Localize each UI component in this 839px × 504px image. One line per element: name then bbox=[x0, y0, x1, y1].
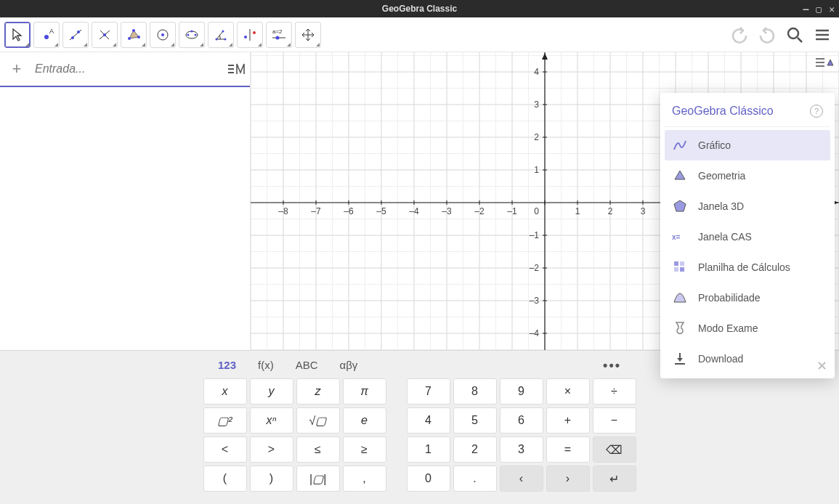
symbolic-toggle[interactable] bbox=[222, 62, 250, 76]
add-object-button[interactable]: + bbox=[0, 60, 33, 78]
key-enter[interactable]: ↵ bbox=[593, 466, 636, 492]
key-([interactable]: ( bbox=[203, 466, 247, 492]
svg-rect-180 bbox=[674, 261, 678, 266]
key-left[interactable]: ‹ bbox=[500, 466, 543, 492]
point-icon: A bbox=[39, 28, 54, 42]
key-+[interactable]: + bbox=[546, 407, 590, 434]
perspective-item-janela-cas[interactable]: x=Janela CAS bbox=[665, 221, 830, 252]
style-bar-icon bbox=[814, 55, 833, 70]
popup-close-button[interactable]: ✕ bbox=[816, 358, 827, 374]
key-6[interactable]: 6 bbox=[500, 407, 543, 434]
svg-text:3: 3 bbox=[534, 99, 539, 110]
perspective-item-geometria[interactable]: Geometria bbox=[665, 160, 830, 191]
key-0[interactable]: 0 bbox=[407, 466, 450, 492]
search-button[interactable] bbox=[782, 23, 807, 47]
perspective-item-janela-3d[interactable]: Janela 3D bbox=[665, 191, 830, 221]
key-e[interactable]: e bbox=[343, 407, 386, 434]
tool-angle[interactable] bbox=[208, 22, 234, 48]
svg-text:4: 4 bbox=[534, 67, 539, 77]
keyboard-tab-f(x)[interactable]: f(x) bbox=[258, 359, 274, 371]
perspective-item-modo-exame[interactable]: Modo Exame bbox=[665, 313, 830, 344]
svg-point-22 bbox=[244, 36, 247, 38]
key-backspace[interactable]: ⌫ bbox=[593, 436, 636, 463]
tool-move[interactable] bbox=[4, 22, 31, 48]
undo-button[interactable] bbox=[727, 23, 752, 47]
keyboard-more-button[interactable]: ••• bbox=[603, 358, 621, 373]
key-sqrt[interactable]: √▢ bbox=[296, 407, 340, 434]
special-line-icon bbox=[97, 28, 112, 42]
key-<[interactable]: < bbox=[203, 436, 247, 463]
svg-point-27 bbox=[788, 28, 798, 38]
key-π[interactable]: π bbox=[343, 378, 386, 405]
perspective-item-planilha-de-cálculos[interactable]: Planilha de Cálculos bbox=[665, 252, 830, 283]
perspective-label: Geometria bbox=[698, 170, 745, 182]
perspective-icon bbox=[672, 198, 688, 214]
key-right[interactable]: › bbox=[546, 466, 590, 492]
key-−[interactable]: − bbox=[593, 407, 636, 434]
tool-polygon[interactable] bbox=[121, 22, 147, 48]
window-minimize-button[interactable]: — bbox=[803, 4, 809, 15]
tool-toolbar: A a=2 bbox=[0, 17, 839, 52]
keyboard-grid: xyzπ789×÷▢²xⁿ√▢e456+−<>≤≥123=⌫()|▢|,0.‹›… bbox=[0, 378, 839, 504]
perspectives-popup: GeoGebra Clássico ? GráficoGeometriaJane… bbox=[660, 93, 835, 378]
svg-text:–3: –3 bbox=[442, 206, 452, 216]
key-×[interactable]: × bbox=[546, 378, 590, 405]
tool-line[interactable] bbox=[62, 22, 89, 48]
key-x[interactable]: x bbox=[203, 378, 247, 405]
svg-point-10 bbox=[132, 29, 135, 32]
keyboard-tab-ABC[interactable]: ABC bbox=[296, 359, 318, 371]
key-=[interactable]: = bbox=[546, 436, 590, 463]
redo-button[interactable] bbox=[755, 23, 779, 47]
key-power[interactable]: xⁿ bbox=[250, 407, 293, 434]
window-maximize-button[interactable]: ▢ bbox=[816, 4, 822, 15]
key-≤[interactable]: ≤ bbox=[296, 436, 340, 463]
reflect-icon bbox=[243, 28, 257, 42]
line-icon bbox=[68, 28, 83, 42]
key-z[interactable]: z bbox=[296, 378, 340, 405]
popup-help-button[interactable]: ? bbox=[810, 105, 823, 118]
key-.[interactable]: . bbox=[453, 466, 497, 492]
svg-point-20 bbox=[222, 30, 224, 32]
key-1[interactable]: 1 bbox=[407, 436, 450, 463]
redo-icon bbox=[758, 25, 777, 44]
tool-slider[interactable]: a=2 bbox=[266, 22, 292, 48]
svg-rect-181 bbox=[680, 261, 684, 266]
perspective-item-probabilidade[interactable]: Probabilidade bbox=[665, 283, 830, 313]
key-square[interactable]: ▢² bbox=[203, 407, 247, 434]
tool-perpendicular[interactable] bbox=[92, 22, 118, 48]
window-close-button[interactable]: ✕ bbox=[829, 4, 835, 15]
perspective-icon: x= bbox=[672, 229, 688, 245]
tool-transform[interactable] bbox=[237, 22, 263, 48]
hamburger-icon bbox=[814, 26, 831, 44]
key-,[interactable]: , bbox=[343, 466, 386, 492]
tool-conic[interactable] bbox=[179, 22, 205, 48]
key-2[interactable]: 2 bbox=[453, 436, 497, 463]
tool-move-view[interactable] bbox=[295, 22, 321, 48]
key-9[interactable]: 9 bbox=[500, 378, 543, 405]
key-÷[interactable]: ÷ bbox=[593, 378, 636, 405]
key-)[interactable]: ) bbox=[250, 466, 293, 492]
key-7[interactable]: 7 bbox=[407, 378, 450, 405]
svg-marker-176 bbox=[827, 60, 833, 65]
key-≥[interactable]: ≥ bbox=[343, 436, 386, 463]
style-bar-toggle[interactable] bbox=[814, 55, 836, 74]
perspective-item-download[interactable]: Download bbox=[665, 344, 830, 374]
tool-circle[interactable] bbox=[150, 22, 176, 48]
svg-point-3 bbox=[71, 36, 74, 39]
input-row: + bbox=[0, 52, 250, 87]
key-4[interactable]: 4 bbox=[407, 407, 450, 434]
key-8[interactable]: 8 bbox=[453, 378, 497, 405]
menu-button[interactable] bbox=[810, 23, 835, 47]
perspective-item-gráfico[interactable]: Gráfico bbox=[665, 130, 830, 160]
key-3[interactable]: 3 bbox=[500, 436, 543, 463]
key-abs[interactable]: |▢| bbox=[296, 466, 340, 492]
algebra-input[interactable] bbox=[33, 62, 222, 76]
svg-text:a=2: a=2 bbox=[272, 28, 283, 35]
keyboard-tab-123[interactable]: 123 bbox=[218, 359, 236, 371]
tool-point[interactable]: A bbox=[33, 22, 60, 48]
key->[interactable]: > bbox=[250, 436, 293, 463]
svg-point-23 bbox=[253, 31, 256, 34]
key-y[interactable]: y bbox=[250, 378, 293, 405]
keyboard-tab-αβγ[interactable]: αβγ bbox=[340, 359, 358, 371]
key-5[interactable]: 5 bbox=[453, 407, 497, 434]
